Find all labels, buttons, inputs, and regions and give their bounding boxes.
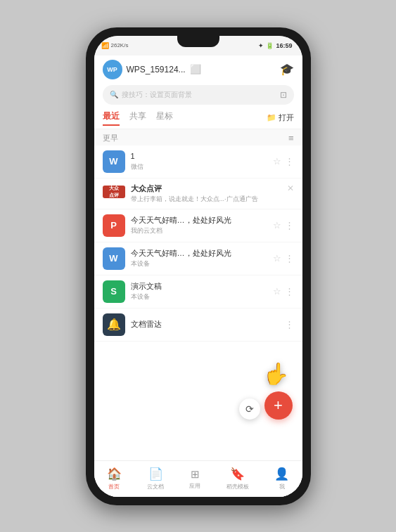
file-name: 今天天气好晴…，处处好风光	[131, 248, 273, 258]
file-icon-radar: 🔔	[103, 313, 125, 336]
cloud-icon: 📄	[148, 467, 163, 481]
create-fab-button[interactable]: +	[264, 391, 293, 420]
app-content: WP WPS_159124... ⬜ 🎓 🔍 搜技巧：设置页面背景 ⊡ 最近	[94, 56, 302, 497]
templates-icon: 🔖	[230, 467, 245, 481]
nav-item-apps[interactable]: ⊞ 应用	[189, 468, 200, 490]
phone-screen: 📶 262K/s ✦ 🔋 16:59 WP WPS_159124... ⬜	[94, 36, 302, 497]
status-right: ✦ 🔋 16:59	[258, 42, 292, 49]
star-icon[interactable]: ☆	[273, 220, 281, 231]
ad-info: 大众点评 带上行李箱，说走就走！大众点...·广点通广告	[131, 183, 294, 204]
ad-item[interactable]: 大众点评 大众点评 带上行李箱，说走就走！大众点...·广点通广告 ✕	[94, 179, 302, 209]
list-item[interactable]: S 演示文稿 本设备 ☆ ⋮	[94, 275, 302, 309]
file-icon-word: W	[103, 150, 125, 173]
screen-cast-icon[interactable]: ⬜	[190, 64, 201, 74]
section-header: 更早 ≡	[94, 129, 302, 145]
fab-container: ⟳ + 👆	[239, 391, 293, 420]
search-bar[interactable]: 🔍 搜技巧：设置页面背景 ⊡	[103, 85, 294, 105]
star-icon[interactable]: ☆	[273, 156, 281, 167]
add-icon: +	[274, 398, 283, 413]
ad-logo: 大众点评	[103, 186, 125, 198]
file-name: 演示文稿	[131, 281, 273, 291]
more-icon[interactable]: ⋮	[285, 319, 294, 330]
open-button[interactable]: 📁 打开	[267, 112, 294, 123]
bluetooth-icon: ✦	[258, 42, 264, 49]
apps-icon: ⊞	[191, 468, 200, 481]
file-source: 本设备	[131, 292, 273, 301]
ad-description: 带上行李箱，说走就走！大众点...·广点通广告	[131, 195, 294, 204]
file-icon-pdf: P	[103, 214, 125, 237]
graduation-icon[interactable]: 🎓	[280, 63, 294, 76]
username-label: WPS_159124...	[127, 65, 186, 74]
search-icon: 🔍	[110, 91, 118, 98]
more-icon[interactable]: ⋮	[285, 286, 294, 297]
file-actions: ☆ ⋮	[273, 220, 294, 231]
file-name: 今天天气好晴…，处处好风光	[131, 215, 273, 225]
filter-icon[interactable]: ≡	[288, 133, 294, 143]
file-source: 我的云文档	[131, 226, 273, 235]
scan-fab-button[interactable]: ⟳	[239, 398, 260, 420]
list-item[interactable]: W 1 微信 ☆ ⋮	[94, 145, 302, 179]
file-actions: ☆ ⋮	[273, 286, 294, 297]
header: WP WPS_159124... ⬜ 🎓	[94, 56, 302, 82]
file-icon-ppt: S	[103, 280, 125, 303]
battery-icon: 🔋	[266, 42, 274, 49]
nav-item-me[interactable]: 👤 我	[274, 467, 289, 491]
file-info: 今天天气好晴…，处处好风光 本设备	[131, 248, 273, 268]
file-actions: ☆ ⋮	[273, 156, 294, 167]
file-name: 1	[131, 151, 273, 161]
list-item[interactable]: 🔔 文档雷达 ⋮	[94, 309, 302, 342]
file-info: 今天天气好晴…，处处好风光 我的云文档	[131, 215, 273, 235]
file-info: 1 微信	[131, 151, 273, 171]
more-icon[interactable]: ⋮	[285, 156, 294, 167]
me-icon: 👤	[274, 467, 289, 481]
file-name: 文档雷达	[131, 319, 285, 329]
signal-icon: 📶	[101, 42, 109, 49]
header-left: WP WPS_159124... ⬜	[103, 60, 201, 79]
file-source: 本设备	[131, 259, 273, 268]
search-placeholder: 搜技巧：设置页面背景	[122, 90, 276, 100]
qr-scan-icon[interactable]: ⊡	[280, 90, 287, 100]
apps-label: 应用	[189, 482, 200, 490]
file-actions: ☆ ⋮	[273, 253, 294, 264]
status-left: 📶 262K/s	[101, 42, 129, 49]
tabs-bar: 最近 共享 星标 📁 打开	[94, 108, 302, 129]
avatar[interactable]: WP	[103, 60, 122, 79]
camera-notch	[177, 36, 219, 47]
time-display: 16:59	[276, 42, 292, 49]
tab-recent[interactable]: 最近	[103, 110, 120, 126]
more-icon[interactable]: ⋮	[285, 220, 294, 231]
more-icon[interactable]: ⋮	[285, 253, 294, 264]
open-label: 打开	[279, 112, 294, 123]
file-info: 演示文稿 本设备	[131, 281, 273, 301]
tab-starred[interactable]: 星标	[156, 110, 173, 126]
star-icon[interactable]: ☆	[273, 253, 281, 264]
file-icon-word2: W	[103, 247, 125, 270]
nav-item-cloud[interactable]: 📄 云文档	[147, 467, 164, 491]
nav-item-templates[interactable]: 🔖 稻壳模板	[226, 467, 249, 491]
file-actions: ⋮	[285, 319, 294, 330]
header-icons: 🎓	[280, 63, 294, 76]
folder-icon: 📁	[267, 113, 276, 122]
close-icon[interactable]: ✕	[287, 183, 294, 193]
section-title: 更早	[103, 133, 118, 143]
star-icon[interactable]: ☆	[273, 286, 281, 297]
phone-shell: 📶 262K/s ✦ 🔋 16:59 WP WPS_159124... ⬜	[86, 27, 311, 505]
ad-name: 大众点评	[131, 183, 294, 194]
cursor-hand: 👆	[263, 361, 289, 386]
tabs-left: 最近 共享 星标	[103, 110, 173, 126]
list-item[interactable]: P 今天天气好晴…，处处好风光 我的云文档 ☆ ⋮	[94, 209, 302, 242]
file-info: 文档雷达	[131, 319, 285, 329]
me-label: 我	[279, 483, 285, 491]
home-icon: 🏠	[107, 467, 122, 481]
list-item[interactable]: W 今天天气好晴…，处处好风光 本设备 ☆ ⋮	[94, 242, 302, 275]
cloud-label: 云文档	[147, 483, 164, 491]
bottom-nav: 🏠 首页 📄 云文档 ⊞ 应用 🔖 稻壳模板 👤 我	[94, 460, 302, 497]
templates-label: 稻壳模板	[226, 483, 249, 491]
nav-item-home[interactable]: 🏠 首页	[107, 467, 122, 491]
file-source: 微信	[131, 162, 273, 171]
data-speed: 262K/s	[111, 42, 129, 48]
tab-shared[interactable]: 共享	[129, 110, 146, 126]
home-label: 首页	[108, 483, 120, 491]
